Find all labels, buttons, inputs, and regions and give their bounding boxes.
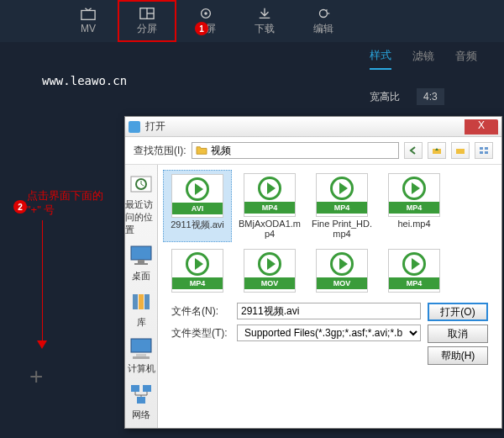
svg-rect-23 — [133, 356, 150, 359]
play-icon — [330, 177, 354, 200]
annotation-2: 点击界面下面的 "+" 号 — [27, 189, 103, 218]
toolbar-label: 编辑 — [313, 22, 333, 36]
style-tabs: 样式 滤镜 音频 — [353, 42, 504, 76]
file-item[interactable]: MP4hei.mp4 — [380, 170, 449, 242]
svg-rect-9 — [480, 147, 483, 150]
file-thumb: MP4 — [171, 249, 223, 293]
svg-rect-11 — [480, 151, 483, 154]
back-icon — [408, 146, 418, 155]
file-name: 2911视频.avi — [171, 219, 224, 230]
svg-rect-26 — [137, 397, 145, 404]
look-in-combo[interactable]: 视频 — [192, 142, 399, 159]
dialog-titlebar[interactable]: 打开 X — [125, 117, 501, 137]
new-folder-icon — [455, 146, 465, 155]
network-icon — [128, 382, 155, 407]
sidebar-desktop[interactable]: 桌面 — [128, 243, 155, 282]
dialog-title: 打开 — [145, 119, 465, 134]
aspect-ratio-row: 宽高比 4:3 — [353, 76, 504, 118]
open-button[interactable]: 打开(O) — [428, 303, 488, 321]
toolbar-split-screen[interactable]: 分屏 — [118, 0, 176, 42]
toolbar-download[interactable]: 下载 — [235, 0, 294, 42]
file-item[interactable]: MP4 — [163, 245, 232, 298]
main-toolbar: MV 分屏 录屏 下载 编辑 — [0, 0, 504, 42]
svg-rect-8 — [456, 149, 465, 154]
svg-rect-0 — [81, 11, 95, 20]
play-icon — [258, 252, 281, 276]
open-file-dialog: 打开 X 查找范围(I): 视频 最近访问的位置 桌面 库 — [124, 116, 502, 429]
ratio-label: 宽高比 — [370, 90, 400, 104]
look-in-label: 查找范围(I): — [134, 144, 186, 158]
toolbar-label: MV — [81, 23, 96, 34]
format-strip: MP4 — [244, 202, 295, 214]
toolbar-label: 下载 — [255, 22, 275, 36]
tv-icon — [81, 8, 96, 21]
close-button[interactable]: X — [465, 119, 498, 135]
up-button[interactable] — [428, 142, 446, 159]
tab-filter[interactable]: 滤镜 — [412, 49, 434, 69]
sidebar-computer[interactable]: 计算机 — [128, 335, 155, 375]
ratio-select[interactable]: 4:3 — [417, 88, 444, 105]
annotation-arrow — [42, 220, 43, 346]
svg-rect-19 — [139, 294, 144, 309]
recent-icon — [128, 172, 155, 197]
filetype-select[interactable]: Supported Files(*.3gp;*.asf;*.avi;*.b — [237, 325, 421, 341]
svg-rect-22 — [136, 354, 146, 356]
up-folder-icon — [432, 146, 442, 155]
svg-rect-15 — [131, 246, 151, 260]
look-in-row: 查找范围(I): 视频 — [125, 137, 501, 165]
file-item[interactable]: MP4Fine Print_HD.mp4 — [307, 170, 376, 242]
edit-icon — [316, 7, 331, 20]
file-name: Fine Print_HD.mp4 — [309, 219, 375, 239]
file-thumb: MP4 — [388, 249, 440, 293]
file-name: hei.mp4 — [397, 219, 430, 229]
toolbar-edit[interactable]: 编辑 — [294, 0, 353, 42]
file-thumb: MP4 — [388, 173, 440, 217]
file-item[interactable]: MP4BMjAxODA1.mp4 — [235, 170, 304, 242]
play-icon — [258, 177, 281, 200]
help-button[interactable]: 帮助(H) — [428, 346, 488, 365]
file-item[interactable]: MOV — [307, 245, 376, 298]
svg-rect-17 — [134, 263, 148, 265]
sidebar-network[interactable]: 网络 — [128, 382, 155, 421]
svg-rect-12 — [485, 151, 488, 154]
callout-badge-1: 1 — [195, 22, 208, 35]
file-item[interactable]: MP4 — [380, 245, 449, 298]
file-thumb: MOV — [244, 249, 296, 293]
svg-rect-10 — [485, 147, 488, 150]
sidebar-recent[interactable]: 最近访问的位置 — [125, 172, 157, 236]
sidebar-libraries[interactable]: 库 — [128, 289, 155, 329]
dialog-app-icon — [129, 121, 140, 133]
plus-button[interactable]: + — [29, 363, 43, 390]
svg-rect-25 — [143, 385, 151, 392]
file-thumb: MOV — [316, 249, 368, 293]
view-button[interactable] — [475, 142, 493, 159]
format-strip: MP4 — [172, 277, 223, 289]
annotation-arrow-head — [37, 340, 47, 349]
file-thumb: MP4 — [244, 173, 296, 217]
tab-audio[interactable]: 音频 — [455, 49, 477, 69]
toolbar-record[interactable]: 录屏 — [176, 0, 235, 42]
folder-icon — [196, 145, 207, 156]
back-button[interactable] — [404, 142, 423, 159]
cancel-button[interactable]: 取消 — [428, 325, 488, 343]
svg-rect-24 — [131, 385, 139, 392]
format-strip: MOV — [317, 277, 367, 289]
play-icon — [330, 252, 354, 276]
places-sidebar: 最近访问的位置 桌面 库 计算机 网络 — [125, 165, 158, 428]
svg-point-5 — [204, 12, 207, 15]
right-panel: 样式 滤镜 音频 宽高比 4:3 — [353, 42, 504, 118]
play-icon — [186, 177, 209, 201]
new-folder-button[interactable] — [451, 142, 470, 159]
desktop-icon — [128, 243, 155, 268]
file-item[interactable]: AVI2911视频.avi — [163, 170, 232, 242]
svg-rect-16 — [138, 260, 144, 263]
computer-icon — [128, 335, 155, 361]
callout-badge-2: 2 — [13, 200, 27, 214]
tab-style[interactable]: 样式 — [370, 48, 391, 70]
format-strip: MOV — [244, 277, 295, 289]
file-item[interactable]: MOV — [235, 245, 304, 298]
file-thumb: AVI — [171, 174, 223, 218]
toolbar-mv[interactable]: MV — [59, 0, 118, 42]
svg-rect-21 — [131, 339, 151, 352]
filename-input[interactable] — [237, 303, 421, 319]
